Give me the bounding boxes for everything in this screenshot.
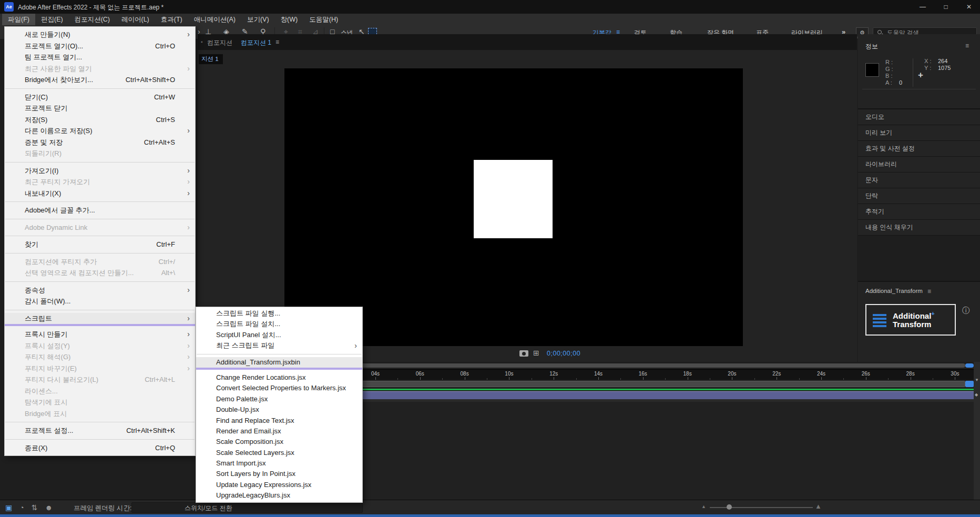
scripts-submenu-item[interactable]: Scale Selected Layers.jsx [196, 448, 362, 458]
zoom-out-icon[interactable]: ▲ [701, 504, 706, 509]
scripts-submenu-item[interactable]: Update Legacy Expressions.jsx [196, 480, 362, 490]
file-menu-item[interactable]: 프록시 만들기› [5, 329, 195, 340]
scripts-submenu-item[interactable]: ScriptUI Panel 설치... [196, 330, 362, 340]
menubar-item[interactable]: 편집(E) [35, 14, 69, 25]
file-menu-item-label: Bridge에 표시 [25, 408, 67, 420]
composition-active-tab[interactable]: 컴포지션 1 [241, 38, 271, 47]
menubar-item[interactable]: 도움말(H) [303, 14, 344, 25]
window-title: Adobe After Effects 2022 - 제목 없는 프로젝트.ae… [18, 3, 164, 12]
ruler-time-label: 20s [728, 371, 736, 377]
scripts-submenu-item[interactable]: Double-Up.jsx [196, 404, 362, 415]
scripts-submenu-item[interactable]: 스크립트 파일 실행... [196, 308, 362, 319]
menubar-item[interactable]: 보기(V) [241, 14, 275, 25]
file-menu-item[interactable]: 되돌리기(R) [5, 148, 195, 159]
file-menu-item-label: 프로젝트 열기(O)... [25, 40, 83, 52]
scripts-submenu-item[interactable]: Render and Email.jsx [196, 426, 362, 437]
file-menu-item[interactable]: 종속성› [5, 285, 195, 296]
transparency-grid-icon[interactable]: ⊞ [533, 349, 539, 357]
file-menu-item[interactable]: 최근 푸티지 가져오기› [5, 176, 195, 188]
panel-tab-내용 인식 채우기[interactable]: 내용 인식 채우기 [858, 220, 980, 235]
panel-tab-효과 및 사전 설정[interactable]: 효과 및 사전 설정 [858, 141, 980, 156]
file-menu-divider [5, 310, 195, 310]
panel-tab-단락[interactable]: 단락 [858, 188, 980, 204]
timeline-zoom-slider[interactable] [710, 507, 813, 508]
composition-panel-title[interactable]: 컴포지션 [207, 38, 232, 47]
file-menu-item[interactable]: 닫기(C)Ctrl+W [5, 92, 195, 103]
file-menu-item[interactable]: 종료(X)Ctrl+Q [5, 442, 195, 454]
file-menu-item[interactable]: 저장(S)Ctrl+S [5, 114, 195, 126]
scripts-submenu-item[interactable]: Scale Composition.jsx [196, 437, 362, 447]
scripts-submenu-item[interactable]: Change Render Locations.jsx [196, 372, 362, 383]
menubar-item[interactable]: 창(W) [275, 14, 304, 25]
menubar-item[interactable]: 애니메이션(A) [188, 14, 241, 25]
timecode-display[interactable]: 0;00;00;00 [547, 350, 580, 357]
file-menu-item[interactable]: 최근 사용한 파일 열기› [5, 63, 195, 75]
minimize-button[interactable]: — [911, 0, 934, 14]
menubar-item[interactable]: 레이어(L) [116, 14, 155, 25]
scripts-submenu-item[interactable]: Demo Palette.jsx [196, 394, 362, 404]
panel-menu-icon[interactable]: ≡ [927, 288, 931, 295]
file-menu-item[interactable]: 푸티지 다시 불러오기(L)Ctrl+Alt+L [5, 374, 195, 386]
file-menu-item[interactable]: Adobe Dynamic Link› [5, 222, 195, 234]
scripts-submenu-item[interactable]: Sort Layers by In Point.jsx [196, 469, 362, 479]
file-menu-item[interactable]: 프로젝트 열기(O)...Ctrl+O [5, 40, 195, 52]
zoom-slider-knob[interactable] [727, 504, 732, 510]
file-menu-item[interactable]: 내보내기(X)› [5, 188, 195, 199]
file-menu-item[interactable]: 증분 및 저장Ctrl+Alt+S [5, 137, 195, 148]
mode-toggle-bar[interactable]: 스위치/모드 전환 [131, 502, 363, 513]
scripts-submenu-item[interactable]: Additional_Transform.jsxbin [196, 357, 362, 368]
file-menu-item[interactable]: 푸티지 바꾸기(E)› [5, 363, 195, 374]
work-area-end-cap[interactable] [965, 381, 974, 387]
panel-tab-추적기[interactable]: 추적기 [858, 204, 980, 219]
file-menu-item[interactable]: 라이센스... [5, 386, 195, 397]
file-menu-item[interactable]: 가져오기(I)› [5, 165, 195, 177]
panel-menu-icon[interactable]: ≡ [965, 42, 969, 49]
file-menu-item[interactable]: 푸티지 해석(G)› [5, 351, 195, 363]
file-menu-item[interactable]: 프로젝트 닫기 [5, 103, 195, 114]
maximize-button[interactable]: □ [934, 0, 957, 14]
menubar-item[interactable]: 파일(F) [2, 14, 35, 25]
info-circle-icon[interactable]: ⓘ [962, 306, 969, 316]
user-icon[interactable]: ☻ [45, 503, 53, 512]
render-status-icon[interactable]: ◔ [19, 503, 24, 512]
scripts-submenu-item[interactable]: 스크립트 파일 설치... [196, 319, 362, 329]
file-menu-item[interactable]: 감시 폴더(W)... [5, 296, 195, 307]
snapshot-camera-icon[interactable] [519, 350, 528, 357]
scripts-submenu-item[interactable]: Convert Selected Properties to Markers.j… [196, 383, 362, 393]
panel-tab-오디오[interactable]: 오디오 [858, 109, 980, 125]
file-menu-item[interactable]: 다른 이름으로 저장(S)› [5, 125, 195, 137]
compact-window-icon[interactable]: ▣ [5, 503, 12, 512]
file-menu-item[interactable]: Bridge에 표시 [5, 408, 195, 420]
file-menu-item[interactable]: 프로젝트 설정...Ctrl+Alt+Shift+K [5, 425, 195, 437]
menubar-item[interactable]: 효과(T) [155, 14, 188, 25]
white-solid-layer[interactable] [474, 160, 553, 238]
file-menu-item[interactable]: Adobe에서 글꼴 추가... [5, 205, 195, 216]
scripts-submenu-item[interactable]: UpgradeLegacyBlurs.jsx [196, 490, 362, 501]
file-menu-item[interactable]: 찾기Ctrl+F [5, 239, 195, 250]
viewer-mini-tab[interactable]: 지션 1 [199, 54, 223, 64]
additional-transform-panel-title[interactable]: Additional_Transform [865, 288, 923, 294]
panel-tab-미리 보기[interactable]: 미리 보기 [858, 125, 980, 140]
panel-menu-icon[interactable]: ≡ [275, 38, 279, 46]
menubar-item[interactable]: 컴포지션(C) [69, 14, 116, 25]
file-menu-item[interactable]: 프록시 설정(Y)› [5, 340, 195, 352]
info-panel-title[interactable]: 정보 [865, 42, 878, 51]
panel-tab-라이브러리[interactable]: 라이브러리 [858, 157, 980, 172]
layer-marker-icon[interactable]: ◆ [975, 392, 978, 397]
file-menu-item[interactable]: 스크립트› [5, 313, 195, 325]
comp-marker-icon[interactable]: ▼ [975, 378, 979, 382]
sort-toggle-icon[interactable]: ⇅ [32, 503, 38, 512]
panel-tab-문자[interactable]: 문자 [858, 173, 980, 188]
file-menu-item[interactable]: Bridge에서 찾아보기...Ctrl+Alt+Shift+O [5, 74, 195, 86]
scrollbar-end-cap[interactable] [965, 363, 974, 368]
file-menu-item[interactable]: 선택 영역으로 새 컴포지션 만들기...Alt+\ [5, 267, 195, 279]
scripts-submenu-item[interactable]: 최근 스크립트 파일› [196, 340, 362, 351]
scripts-submenu-item[interactable]: Find and Replace Text.jsx [196, 415, 362, 426]
scripts-submenu-item[interactable]: Smart Import.jsx [196, 458, 362, 469]
file-menu-item[interactable]: 컴포지션에 푸티지 추가Ctrl+/ [5, 256, 195, 268]
file-menu-item[interactable]: 새로 만들기(N)› [5, 29, 195, 40]
zoom-in-icon[interactable]: ▲ [815, 502, 822, 510]
file-menu-item[interactable]: 팀 프로젝트 열기... [5, 52, 195, 63]
file-menu-item[interactable]: 탐색기에 표시 [5, 397, 195, 408]
close-button[interactable]: ✕ [957, 0, 980, 14]
